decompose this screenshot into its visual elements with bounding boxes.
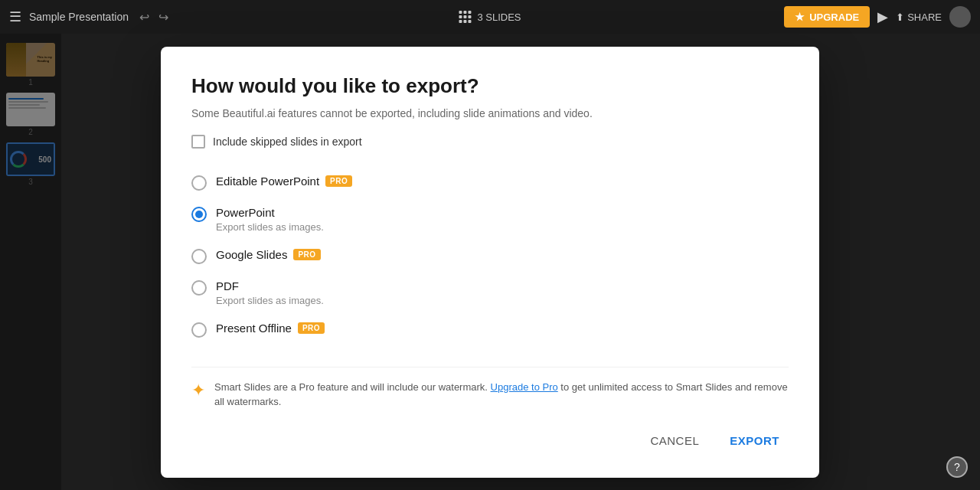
topbar-center: 3 SLIDES bbox=[459, 11, 521, 23]
radio-pdf[interactable] bbox=[191, 280, 207, 296]
topbar-right: ★ UPGRADE ▶ ⬆ SHARE bbox=[784, 6, 971, 28]
cancel-button[interactable]: CANCEL bbox=[641, 428, 708, 453]
include-skipped-label: Include skipped slides in export bbox=[213, 136, 362, 148]
option-label-powerpoint: PowerPoint bbox=[216, 206, 275, 219]
grid-dot bbox=[463, 20, 466, 23]
option-label-row-present-offline: Present Offline PRO bbox=[216, 322, 325, 335]
dialog-title: How would you like to export? bbox=[191, 74, 789, 98]
pro-badge-editable-ppt: PRO bbox=[325, 175, 352, 187]
option-content-google-slides: Google Slides PRO bbox=[216, 248, 321, 261]
pro-badge-google-slides: PRO bbox=[293, 249, 320, 260]
option-label-google-slides: Google Slides bbox=[216, 248, 287, 261]
option-present-offline: Present Offline PRO bbox=[191, 314, 789, 345]
topbar-left: ☰ Sample Presentation ↩ ↪ bbox=[9, 8, 775, 26]
grid-dot bbox=[459, 11, 462, 14]
redo-button[interactable]: ↪ bbox=[155, 8, 172, 26]
grid-dot bbox=[459, 20, 462, 23]
menu-icon[interactable]: ☰ bbox=[9, 8, 21, 25]
option-label-present-offline: Present Offline bbox=[216, 322, 292, 335]
radio-powerpoint[interactable] bbox=[191, 207, 207, 222]
presentation-title: Sample Presentation bbox=[29, 11, 129, 23]
option-powerpoint: PowerPoint Export slides as images. bbox=[191, 198, 789, 240]
radio-editable-ppt[interactable] bbox=[191, 175, 207, 191]
include-skipped-row: Include skipped slides in export bbox=[191, 135, 789, 149]
topbar: ☰ Sample Presentation ↩ ↪ 3 SLIDES ★ UPG… bbox=[0, 0, 980, 34]
pro-badge-present-offline: PRO bbox=[298, 322, 325, 334]
option-label-row-powerpoint: PowerPoint bbox=[216, 206, 324, 219]
option-google-slides: Google Slides PRO bbox=[191, 240, 789, 272]
undo-redo-group: ↩ ↪ bbox=[136, 8, 172, 26]
upgrade-label: UPGRADE bbox=[809, 11, 859, 23]
play-button[interactable]: ▶ bbox=[877, 8, 888, 25]
main-area: This is myHeading 1 bbox=[0, 34, 980, 490]
grid-dot bbox=[468, 15, 471, 18]
user-avatar-button[interactable] bbox=[949, 6, 971, 28]
export-dialog: How would you like to export? Some Beaut… bbox=[161, 47, 819, 478]
include-skipped-checkbox[interactable] bbox=[191, 135, 205, 149]
option-pdf: PDF Export slides as images. bbox=[191, 272, 789, 314]
option-editable-ppt: Editable PowerPoint PRO bbox=[191, 167, 789, 198]
play-icon: ▶ bbox=[877, 8, 888, 25]
option-content-editable-ppt: Editable PowerPoint PRO bbox=[216, 175, 352, 188]
smart-notice-text: Smart Slides are a Pro feature and will … bbox=[214, 380, 789, 410]
option-label-row-google-slides: Google Slides PRO bbox=[216, 248, 321, 261]
smart-notice: ✦ Smart Slides are a Pro feature and wil… bbox=[191, 367, 789, 428]
grid-dot bbox=[459, 15, 462, 18]
sparkle-icon: ✦ bbox=[191, 381, 205, 400]
grid-icon bbox=[459, 11, 471, 23]
upgrade-to-pro-link[interactable]: Upgrade to Pro bbox=[491, 381, 558, 393]
star-icon: ★ bbox=[795, 11, 805, 23]
dialog-subtitle: Some Beautiful.ai features cannot be exp… bbox=[191, 107, 789, 119]
grid-dot bbox=[463, 15, 466, 18]
export-button[interactable]: EXPORT bbox=[720, 428, 789, 453]
export-options: Editable PowerPoint PRO PowerPoint Expor… bbox=[191, 167, 789, 345]
option-label-row-pdf: PDF bbox=[216, 279, 324, 292]
radio-present-offline[interactable] bbox=[191, 322, 207, 338]
share-button[interactable]: ⬆ SHARE bbox=[896, 11, 942, 23]
upgrade-button[interactable]: ★ UPGRADE bbox=[784, 6, 870, 28]
undo-button[interactable]: ↩ bbox=[136, 8, 152, 26]
option-content-powerpoint: PowerPoint Export slides as images. bbox=[216, 206, 324, 233]
help-button[interactable]: ? bbox=[946, 456, 968, 478]
option-desc-powerpoint: Export slides as images. bbox=[216, 221, 324, 233]
option-desc-pdf: Export slides as images. bbox=[216, 295, 324, 306]
option-content-pdf: PDF Export slides as images. bbox=[216, 279, 324, 306]
option-label-pdf: PDF bbox=[216, 279, 239, 292]
grid-dot bbox=[468, 11, 471, 14]
grid-dot bbox=[468, 20, 471, 23]
dialog-actions: CANCEL EXPORT bbox=[191, 428, 789, 453]
option-label-row-editable-ppt: Editable PowerPoint PRO bbox=[216, 175, 352, 188]
option-content-present-offline: Present Offline PRO bbox=[216, 322, 325, 335]
modal-overlay: How would you like to export? Some Beaut… bbox=[0, 34, 980, 490]
radio-google-slides[interactable] bbox=[191, 249, 207, 264]
smart-notice-pre: Smart Slides are a Pro feature and will … bbox=[214, 381, 488, 393]
slides-count-label: 3 SLIDES bbox=[477, 11, 521, 23]
share-icon: ⬆ bbox=[896, 11, 904, 23]
grid-dot bbox=[463, 11, 466, 14]
share-label: SHARE bbox=[907, 11, 942, 23]
option-label-editable-ppt: Editable PowerPoint bbox=[216, 175, 319, 188]
